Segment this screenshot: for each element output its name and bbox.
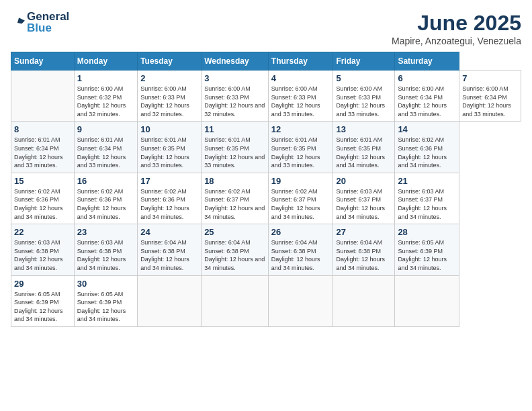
day-info: Sunrise: 6:01 AMSunset: 6:35 PMDaylight:… bbox=[204, 136, 265, 169]
day-info: Sunrise: 6:04 AMSunset: 6:38 PMDaylight:… bbox=[336, 238, 392, 272]
month-title: June 2025 bbox=[392, 11, 521, 36]
day-number: 1 bbox=[77, 73, 134, 83]
calendar-cell bbox=[333, 275, 395, 326]
day-info: Sunrise: 6:02 AMSunset: 6:37 PMDaylight:… bbox=[204, 187, 265, 221]
day-number: 9 bbox=[77, 124, 134, 134]
calendar-week-row: 8Sunrise: 6:01 AMSunset: 6:34 PMDaylight… bbox=[11, 122, 521, 173]
day-number: 7 bbox=[462, 73, 518, 83]
calendar-cell: 1Sunrise: 6:00 AMSunset: 6:32 PMDaylight… bbox=[74, 71, 137, 122]
calendar-cell: 2Sunrise: 6:00 AMSunset: 6:33 PMDaylight… bbox=[138, 71, 202, 122]
day-info: Sunrise: 6:02 AMSunset: 6:36 PMDaylight:… bbox=[140, 187, 198, 221]
day-number: 25 bbox=[204, 227, 265, 237]
calendar-cell: 18Sunrise: 6:02 AMSunset: 6:37 PMDayligh… bbox=[202, 173, 269, 224]
day-info: Sunrise: 6:05 AMSunset: 6:39 PMDaylight:… bbox=[77, 290, 134, 324]
calendar-cell: 3Sunrise: 6:00 AMSunset: 6:33 PMDaylight… bbox=[202, 71, 269, 122]
day-number: 24 bbox=[140, 227, 198, 237]
day-number: 6 bbox=[398, 73, 456, 83]
day-header-saturday: Saturday bbox=[395, 52, 459, 71]
day-number: 18 bbox=[204, 176, 265, 186]
day-number: 23 bbox=[77, 227, 134, 237]
day-header-thursday: Thursday bbox=[268, 52, 333, 71]
day-number: 22 bbox=[14, 227, 71, 237]
day-number: 29 bbox=[14, 279, 71, 289]
calendar-cell: 21Sunrise: 6:03 AMSunset: 6:37 PMDayligh… bbox=[395, 173, 459, 224]
day-header-tuesday: Tuesday bbox=[138, 52, 202, 71]
day-info: Sunrise: 6:05 AMSunset: 6:39 PMDaylight:… bbox=[14, 290, 71, 324]
day-info: Sunrise: 6:03 AMSunset: 6:38 PMDaylight:… bbox=[14, 238, 71, 272]
calendar-cell: 28Sunrise: 6:05 AMSunset: 6:39 PMDayligh… bbox=[395, 224, 459, 275]
day-info: Sunrise: 6:00 AMSunset: 6:32 PMDaylight:… bbox=[77, 85, 134, 118]
day-info: Sunrise: 6:02 AMSunset: 6:36 PMDaylight:… bbox=[14, 187, 71, 221]
calendar-cell: 17Sunrise: 6:02 AMSunset: 6:36 PMDayligh… bbox=[138, 173, 202, 224]
day-number: 11 bbox=[204, 124, 265, 134]
day-info: Sunrise: 6:02 AMSunset: 6:36 PMDaylight:… bbox=[398, 136, 456, 169]
calendar-cell: 20Sunrise: 6:03 AMSunset: 6:37 PMDayligh… bbox=[333, 173, 395, 224]
calendar-header-row: SundayMondayTuesdayWednesdayThursdayFrid… bbox=[11, 52, 521, 71]
day-number: 12 bbox=[271, 124, 330, 134]
day-number: 5 bbox=[336, 73, 392, 83]
calendar-cell: 26Sunrise: 6:04 AMSunset: 6:38 PMDayligh… bbox=[268, 224, 333, 275]
day-number: 27 bbox=[336, 227, 392, 237]
title-area: June 2025 Mapire, Anzoategui, Venezuela bbox=[392, 11, 521, 46]
day-header-wednesday: Wednesday bbox=[202, 52, 269, 71]
day-number: 16 bbox=[77, 176, 134, 186]
day-number: 21 bbox=[398, 176, 456, 186]
day-info: Sunrise: 6:00 AMSunset: 6:34 PMDaylight:… bbox=[462, 85, 518, 118]
day-info: Sunrise: 6:04 AMSunset: 6:38 PMDaylight:… bbox=[204, 238, 265, 272]
day-info: Sunrise: 6:05 AMSunset: 6:39 PMDaylight:… bbox=[398, 238, 456, 272]
day-info: Sunrise: 6:03 AMSunset: 6:37 PMDaylight:… bbox=[336, 187, 392, 221]
day-number: 20 bbox=[336, 176, 392, 186]
calendar-cell: 4Sunrise: 6:00 AMSunset: 6:33 PMDaylight… bbox=[268, 71, 333, 122]
calendar-cell: 12Sunrise: 6:01 AMSunset: 6:35 PMDayligh… bbox=[268, 122, 333, 173]
day-number: 3 bbox=[204, 73, 265, 83]
day-header-friday: Friday bbox=[333, 52, 395, 71]
calendar-cell: 7Sunrise: 6:00 AMSunset: 6:34 PMDaylight… bbox=[459, 71, 521, 122]
logo-icon bbox=[11, 15, 26, 30]
calendar-cell: 30Sunrise: 6:05 AMSunset: 6:39 PMDayligh… bbox=[74, 275, 137, 326]
calendar-cell bbox=[202, 275, 269, 326]
day-info: Sunrise: 6:01 AMSunset: 6:35 PMDaylight:… bbox=[336, 136, 392, 169]
logo: General Blue bbox=[11, 11, 69, 34]
calendar-cell: 9Sunrise: 6:01 AMSunset: 6:34 PMDaylight… bbox=[74, 122, 137, 173]
day-info: Sunrise: 6:00 AMSunset: 6:34 PMDaylight:… bbox=[398, 85, 456, 118]
day-number: 4 bbox=[271, 73, 330, 83]
day-info: Sunrise: 6:04 AMSunset: 6:38 PMDaylight:… bbox=[140, 238, 198, 272]
logo-general-text: General bbox=[27, 11, 69, 22]
day-number: 2 bbox=[140, 73, 198, 83]
day-info: Sunrise: 6:00 AMSunset: 6:33 PMDaylight:… bbox=[336, 85, 392, 118]
calendar-week-row: 15Sunrise: 6:02 AMSunset: 6:36 PMDayligh… bbox=[11, 173, 521, 224]
calendar-cell: 27Sunrise: 6:04 AMSunset: 6:38 PMDayligh… bbox=[333, 224, 395, 275]
logo-blue-text: Blue bbox=[27, 22, 69, 34]
day-number: 8 bbox=[14, 124, 71, 134]
page-header: General Blue June 2025 Mapire, Anzoategu… bbox=[11, 11, 521, 46]
day-number: 28 bbox=[398, 227, 456, 237]
day-number: 26 bbox=[271, 227, 330, 237]
day-info: Sunrise: 6:00 AMSunset: 6:33 PMDaylight:… bbox=[271, 85, 330, 118]
day-header-monday: Monday bbox=[74, 52, 137, 71]
calendar-cell: 23Sunrise: 6:03 AMSunset: 6:38 PMDayligh… bbox=[74, 224, 137, 275]
day-info: Sunrise: 6:01 AMSunset: 6:35 PMDaylight:… bbox=[140, 136, 198, 169]
day-number: 14 bbox=[398, 124, 456, 134]
day-number: 30 bbox=[77, 279, 134, 289]
calendar-cell bbox=[395, 275, 459, 326]
calendar-cell bbox=[138, 275, 202, 326]
day-info: Sunrise: 6:03 AMSunset: 6:38 PMDaylight:… bbox=[77, 238, 134, 272]
calendar-week-row: 22Sunrise: 6:03 AMSunset: 6:38 PMDayligh… bbox=[11, 224, 521, 275]
calendar-cell: 22Sunrise: 6:03 AMSunset: 6:38 PMDayligh… bbox=[11, 224, 75, 275]
calendar-cell: 14Sunrise: 6:02 AMSunset: 6:36 PMDayligh… bbox=[395, 122, 459, 173]
day-number: 19 bbox=[271, 176, 330, 186]
day-info: Sunrise: 6:01 AMSunset: 6:34 PMDaylight:… bbox=[14, 136, 71, 169]
day-info: Sunrise: 6:02 AMSunset: 6:36 PMDaylight:… bbox=[77, 187, 134, 221]
day-number: 15 bbox=[14, 176, 71, 186]
calendar-cell: 16Sunrise: 6:02 AMSunset: 6:36 PMDayligh… bbox=[74, 173, 137, 224]
svg-marker-1 bbox=[17, 17, 25, 24]
calendar-table: SundayMondayTuesdayWednesdayThursdayFrid… bbox=[11, 52, 521, 327]
calendar-week-row: 29Sunrise: 6:05 AMSunset: 6:39 PMDayligh… bbox=[11, 275, 521, 326]
calendar-cell: 29Sunrise: 6:05 AMSunset: 6:39 PMDayligh… bbox=[11, 275, 75, 326]
day-number: 10 bbox=[140, 124, 198, 134]
day-info: Sunrise: 6:02 AMSunset: 6:37 PMDaylight:… bbox=[271, 187, 330, 221]
day-info: Sunrise: 6:00 AMSunset: 6:33 PMDaylight:… bbox=[140, 85, 198, 118]
day-info: Sunrise: 6:04 AMSunset: 6:38 PMDaylight:… bbox=[271, 238, 330, 272]
day-number: 13 bbox=[336, 124, 392, 134]
day-info: Sunrise: 6:01 AMSunset: 6:35 PMDaylight:… bbox=[271, 136, 330, 169]
